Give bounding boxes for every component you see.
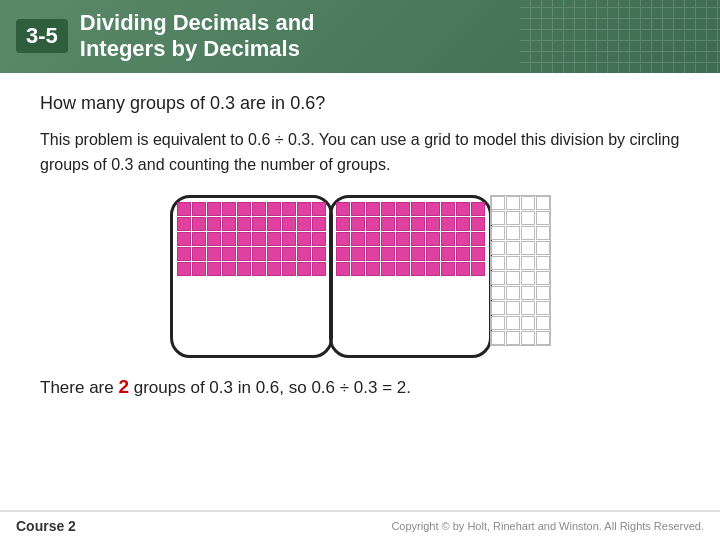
- grid-cell: [252, 262, 266, 276]
- grid-cell: [381, 217, 395, 231]
- grid-cell: [336, 262, 350, 276]
- copyright-text: Copyright © by Holt, Rinehart and Winsto…: [391, 520, 704, 532]
- grid-cell: [312, 247, 326, 261]
- grid-cell: [426, 262, 440, 276]
- grid-cell: [396, 232, 410, 246]
- grid-cell: [506, 196, 520, 210]
- grid-cell: [207, 232, 221, 246]
- grid-cell: [471, 262, 485, 276]
- grid-cell: [411, 217, 425, 231]
- grid-cell: [456, 262, 470, 276]
- grid-cell: [426, 247, 440, 261]
- grid-cell: [351, 232, 365, 246]
- grid-cell: [207, 262, 221, 276]
- grid-cell: [222, 202, 236, 216]
- grid-cell: [207, 217, 221, 231]
- grid-cell: [491, 211, 505, 225]
- header-title: Dividing Decimals and Integers by Decima…: [80, 10, 315, 63]
- grid-cell: [366, 247, 380, 261]
- grid-cell: [471, 232, 485, 246]
- grid-cell: [491, 256, 505, 270]
- grid-cell: [506, 211, 520, 225]
- grid-cell: [506, 226, 520, 240]
- grid-cell: [222, 247, 236, 261]
- grid-cell: [456, 202, 470, 216]
- question-text: How many groups of 0.3 are in 0.6?: [40, 93, 680, 114]
- grid-cell: [351, 202, 365, 216]
- grid-cell: [267, 262, 281, 276]
- grid-cell: [536, 196, 550, 210]
- grid-cell: [192, 247, 206, 261]
- grid-cell: [297, 247, 311, 261]
- lesson-badge: 3-5: [16, 19, 68, 53]
- conclusion-text: There are 2 groups of 0.3 in 0.6, so 0.6…: [40, 376, 680, 398]
- grid-cell: [192, 217, 206, 231]
- grid-cell: [396, 217, 410, 231]
- grid-cell: [426, 217, 440, 231]
- grid-cell: [252, 217, 266, 231]
- grid-group-1: [170, 195, 333, 358]
- grid-cell: [441, 217, 455, 231]
- grid-cell: [237, 217, 251, 231]
- grid-cell: [396, 247, 410, 261]
- grid-visual: [40, 195, 680, 358]
- grid-cell: [222, 217, 236, 231]
- grid-cell: [441, 232, 455, 246]
- grid-cell: [237, 232, 251, 246]
- header: 3-5 Dividing Decimals and Integers by De…: [0, 0, 720, 73]
- grid-cell: [506, 271, 520, 285]
- grid-cell: [312, 232, 326, 246]
- grid-cell: [177, 247, 191, 261]
- grid-cell: [351, 247, 365, 261]
- grid-cell: [506, 241, 520, 255]
- grid-cell: [267, 232, 281, 246]
- grid-cell: [336, 217, 350, 231]
- grid-cell: [521, 271, 535, 285]
- grid-cell: [521, 286, 535, 300]
- grid-cell: [536, 301, 550, 315]
- grid-cell: [521, 316, 535, 330]
- grid-cell: [252, 247, 266, 261]
- grid-cell: [536, 241, 550, 255]
- grid-cell: [282, 217, 296, 231]
- grid-cell: [456, 232, 470, 246]
- explanation-text: This problem is equivalent to 0.6 ÷ 0.3.…: [40, 128, 680, 178]
- grid-cell: [441, 247, 455, 261]
- grid-cell: [336, 232, 350, 246]
- grid-cell: [506, 256, 520, 270]
- grid-cell: [521, 331, 535, 345]
- grid-cell: [396, 202, 410, 216]
- grid-cell: [336, 247, 350, 261]
- grid-cell: [456, 247, 470, 261]
- grid-cell: [521, 211, 535, 225]
- grid-cell: [491, 301, 505, 315]
- grid-cell: [491, 316, 505, 330]
- grid-cell: [491, 241, 505, 255]
- grid-cell: [471, 217, 485, 231]
- grid-cell: [491, 226, 505, 240]
- grid-cell: [282, 247, 296, 261]
- course-label: Course 2: [16, 518, 76, 534]
- grid-cell: [521, 256, 535, 270]
- grid-cell: [536, 256, 550, 270]
- grid-cell: [237, 262, 251, 276]
- grid-cell: [207, 247, 221, 261]
- footer: Course 2 Copyright © by Holt, Rinehart a…: [0, 510, 720, 540]
- grid-cell: [366, 217, 380, 231]
- main-content: How many groups of 0.3 are in 0.6? This …: [0, 73, 720, 421]
- grid-cell: [381, 202, 395, 216]
- grid-cell: [267, 217, 281, 231]
- grid-cell: [506, 301, 520, 315]
- grid-cell: [366, 262, 380, 276]
- grid-group-2: [329, 195, 492, 358]
- grid-cell: [381, 232, 395, 246]
- grid-cell: [426, 202, 440, 216]
- grid-cell: [177, 232, 191, 246]
- grid-cell: [351, 217, 365, 231]
- grid-cell: [192, 202, 206, 216]
- grid-cell: [536, 286, 550, 300]
- grid-cell: [491, 286, 505, 300]
- grid-cell: [267, 247, 281, 261]
- grid-cell: [222, 262, 236, 276]
- grid-cell: [521, 241, 535, 255]
